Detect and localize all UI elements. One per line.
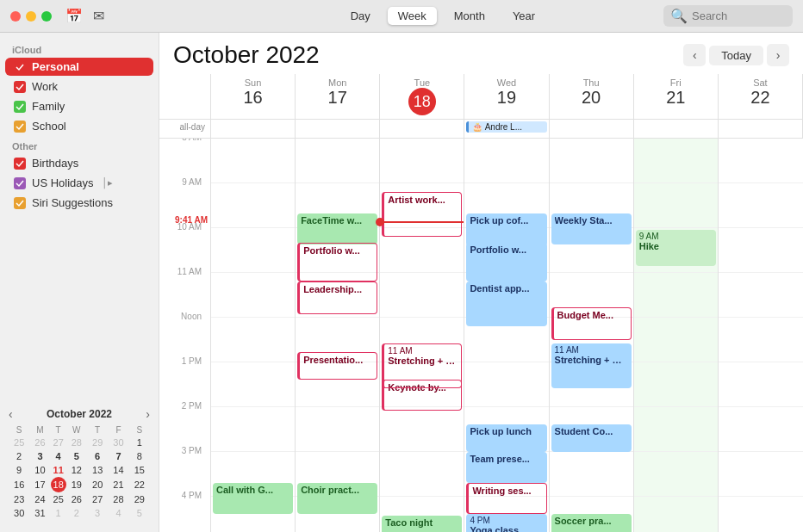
- event-18[interactable]: Student Co...: [551, 424, 632, 452]
- sidebar-item-work[interactable]: Work: [5, 77, 153, 96]
- time-11am: 11 AM: [177, 267, 207, 276]
- sidebar: iCloud Personal Work Family School Oth: [0, 33, 159, 532]
- event-15[interactable]: Weekly Sta...: [551, 213, 632, 244]
- inbox-icon[interactable]: ✉: [93, 8, 104, 24]
- prev-week-button[interactable]: ‹: [683, 44, 706, 66]
- event-0[interactable]: FaceTime w...: [297, 213, 377, 244]
- close-button[interactable]: [10, 11, 21, 22]
- header-spacer: [159, 74, 211, 119]
- search-input[interactable]: [692, 9, 786, 22]
- mini-cal-title: October 2022: [47, 408, 112, 420]
- today-button[interactable]: Today: [709, 46, 763, 65]
- day-headers: Sun 16 Mon 17 Tue 18 Wed 19 Thu 20: [159, 74, 803, 120]
- event-10[interactable]: Dentist app...: [466, 281, 546, 326]
- sidebar-item-personal[interactable]: Personal: [5, 58, 153, 76]
- allday-sat: [719, 120, 803, 138]
- school-label: School: [32, 120, 66, 133]
- personal-checkbox: [14, 61, 26, 73]
- view-switcher: Day Week Month Year: [340, 7, 546, 25]
- event-17[interactable]: 11 AMStretching + weights: [551, 343, 632, 388]
- day-header-sun[interactable]: Sun 16: [211, 74, 296, 119]
- week-view-button[interactable]: Week: [388, 7, 437, 25]
- day-col-wed[interactable]: Pick up cof...Portfolio w...Dentist app.…: [464, 139, 549, 532]
- event-16[interactable]: Budget Me...: [551, 307, 632, 340]
- day-header-wed[interactable]: Wed 19: [464, 74, 549, 119]
- time-grid: 8 AM 9 AM 10 AM 11 AM Noon 1 PM 2 PM 3 P…: [159, 139, 803, 532]
- siri-checkbox: [14, 197, 26, 209]
- search-icon: 🔍: [670, 8, 688, 24]
- day-col-fri[interactable]: 9 AMHikeCall with Lu...: [634, 139, 719, 532]
- sidebar-item-family[interactable]: Family: [5, 97, 153, 115]
- us-holidays-label: US Holidays: [32, 176, 94, 189]
- day-view-button[interactable]: Day: [340, 7, 381, 25]
- event-8[interactable]: Pick up cof...: [466, 213, 546, 246]
- allday-event-andre[interactable]: 🎂 Andre L...: [466, 121, 546, 133]
- event-5[interactable]: Artist work...: [382, 192, 462, 237]
- event-4[interactable]: Choir pract...: [297, 483, 377, 514]
- day-col-mon[interactable]: FaceTime w...Portfolio w...Leadership...…: [296, 139, 380, 532]
- event-24[interactable]: Call with G...: [213, 483, 293, 514]
- fullscreen-button[interactable]: [41, 11, 52, 22]
- icloud-label: iCloud: [0, 40, 159, 57]
- search-box[interactable]: 🔍: [663, 5, 793, 27]
- mini-cal-prev[interactable]: ‹: [9, 407, 13, 421]
- time-1pm: 1 PM: [182, 356, 207, 366]
- day-col-thu[interactable]: Weekly Sta...Budget Me...11 AMStretching…: [550, 139, 634, 532]
- personal-label: Personal: [32, 60, 79, 73]
- year-view-button[interactable]: Year: [502, 7, 545, 25]
- us-holidays-checkbox: [14, 177, 26, 189]
- event-1[interactable]: Portfolio w...: [297, 243, 377, 281]
- day-col-sat[interactable]: [719, 139, 803, 532]
- time-2pm: 2 PM: [182, 401, 207, 411]
- time-3pm: 3 PM: [182, 446, 207, 455]
- event-14[interactable]: 4 PMYoga class: [466, 514, 546, 532]
- sidebar-item-school[interactable]: School: [5, 117, 153, 135]
- next-week-button[interactable]: ›: [767, 44, 789, 66]
- titlebar-icons: 📅 ✉: [65, 8, 104, 24]
- cal-nav: ‹ Today ›: [683, 44, 789, 66]
- day-col-tue[interactable]: Artist work...Keynote by...Taco night11 …: [380, 139, 464, 532]
- allday-wed[interactable]: 🎂 Andre L...: [464, 120, 549, 138]
- calendar-icon[interactable]: 📅: [65, 8, 83, 24]
- event-13[interactable]: Writing ses...: [466, 483, 546, 514]
- allday-mon: [296, 120, 380, 138]
- allday-fri: [634, 120, 719, 138]
- allday-sun: [211, 120, 296, 138]
- minimize-button[interactable]: [26, 11, 36, 22]
- day-header-sat[interactable]: Sat 22: [719, 74, 803, 119]
- family-label: Family: [32, 100, 65, 113]
- time-noon: Noon: [181, 312, 207, 321]
- sidebar-item-siri[interactable]: Siri Suggestions: [5, 194, 153, 212]
- page-title: October 2022: [173, 41, 320, 69]
- day-header-thu[interactable]: Thu 20: [550, 74, 634, 119]
- allday-row: all-day 🎂 Andre L...: [159, 120, 803, 139]
- event-21[interactable]: 11 AMStretching + weights: [382, 343, 462, 388]
- day-col-sun[interactable]: Call with G...: [211, 139, 296, 532]
- time-8am: 8 AM: [182, 139, 207, 142]
- work-checkbox: [14, 81, 26, 93]
- week-grid: Sun 16 Mon 17 Tue 18 Wed 19 Thu 20: [159, 74, 803, 532]
- current-time-line: [380, 221, 464, 223]
- sidebar-item-us-holidays[interactable]: US Holidays │▸: [5, 174, 153, 192]
- day-header-mon[interactable]: Mon 17: [296, 74, 380, 119]
- event-11[interactable]: Pick up lunch: [466, 424, 546, 452]
- siri-label: Siri Suggestions: [32, 196, 113, 209]
- event-9[interactable]: Portfolio w...: [466, 243, 546, 281]
- event-12[interactable]: Team prese...: [466, 452, 546, 483]
- titlebar: 📅 ✉ Day Week Month Year 🔍: [0, 0, 803, 33]
- birthdays-checkbox: [14, 158, 26, 170]
- time-4pm: 4 PM: [182, 491, 207, 500]
- event-19[interactable]: Soccer pra...: [551, 514, 632, 532]
- mini-calendar: ‹ October 2022 › SMTWTFS 25 26 27 28 2: [0, 402, 159, 525]
- mini-cal-next[interactable]: ›: [146, 407, 150, 421]
- sidebar-item-birthdays[interactable]: Birthdays: [5, 154, 153, 172]
- event-2[interactable]: Leadership...: [297, 281, 377, 314]
- month-view-button[interactable]: Month: [444, 7, 495, 25]
- day-header-tue[interactable]: Tue 18: [380, 74, 464, 119]
- time-9am: 9 AM: [182, 177, 207, 187]
- school-checkbox: [14, 121, 26, 133]
- event-3[interactable]: Presentatio...: [297, 352, 377, 380]
- event-22[interactable]: 9 AMHike: [636, 230, 716, 266]
- day-header-fri[interactable]: Fri 21: [634, 74, 719, 119]
- event-7[interactable]: Taco night: [382, 516, 462, 532]
